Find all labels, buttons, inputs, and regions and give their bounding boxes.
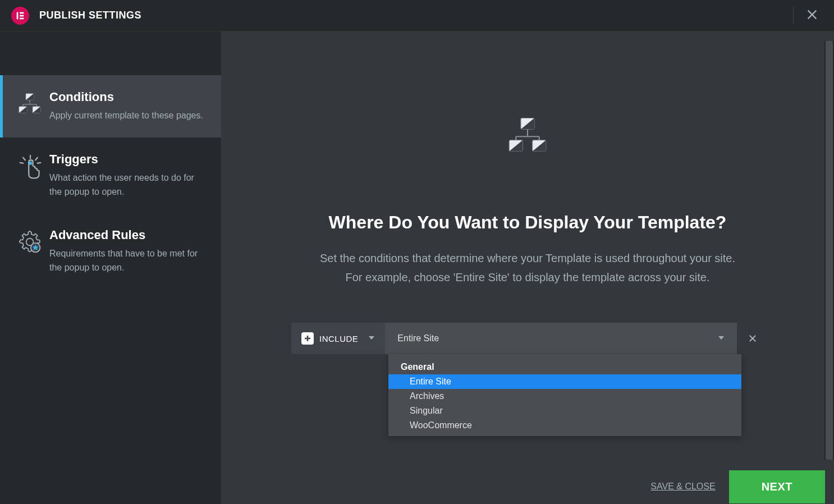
svg-marker-36: [369, 336, 374, 340]
close-icon: [748, 333, 758, 343]
include-exclude-toggle[interactable]: INCLUDE: [291, 323, 385, 354]
condition-dropdown: General Entire Site Archives Singular Wo…: [388, 354, 741, 436]
dropdown-option-singular[interactable]: Singular: [388, 404, 741, 418]
include-label: INCLUDE: [319, 334, 358, 343]
include-plus-icon: [301, 332, 314, 345]
sidebar-item-title: Advanced Rules: [49, 228, 207, 242]
advanced-rules-icon: [18, 228, 49, 275]
sidebar-item-desc: Requirements that have to be met for the…: [49, 247, 207, 275]
svg-rect-0: [17, 12, 19, 19]
remove-condition-button[interactable]: [741, 333, 764, 343]
svg-marker-37: [718, 336, 724, 340]
dropdown-group-label: General: [388, 359, 741, 374]
sidebar-item-desc: What action the user needs to do for the…: [49, 171, 207, 199]
sidebar-item-conditions[interactable]: Conditions Apply current template to the…: [0, 75, 221, 138]
sidebar-item-triggers[interactable]: Triggers What action the user needs to d…: [0, 138, 221, 214]
svg-line-18: [35, 157, 38, 160]
dropdown-option-archives[interactable]: Archives: [388, 389, 741, 404]
sidebar-item-title: Conditions: [49, 90, 207, 104]
svg-rect-1: [20, 12, 24, 13]
close-button[interactable]: [801, 4, 823, 28]
condition-row-wrapper: INCLUDE Entire Site General Entir: [291, 323, 764, 354]
main-heading: Where Do You Want to Display Your Templa…: [221, 212, 834, 233]
conditions-icon: [18, 90, 49, 123]
dropdown-option-woocommerce[interactable]: WooCommerce: [388, 418, 741, 433]
dropdown-option-entire-site[interactable]: Entire Site: [388, 374, 741, 389]
sidebar-item-advanced-rules[interactable]: Advanced Rules Requirements that have to…: [0, 213, 221, 290]
sidebar-item-desc: Apply current template to these pages.: [49, 109, 207, 123]
header-divider: [793, 7, 794, 24]
next-button[interactable]: NEXT: [729, 470, 825, 503]
svg-rect-3: [20, 17, 24, 19]
modal-header: PUBLISH SETTINGS: [0, 0, 834, 31]
content-panel: Where Do You Want to Display Your Templa…: [221, 31, 834, 504]
modal-footer: SAVE & CLOSE NEXT: [628, 469, 834, 504]
svg-rect-2: [20, 15, 24, 16]
modal-title: PUBLISH SETTINGS: [39, 10, 141, 21]
save-and-close-link[interactable]: SAVE & CLOSE: [650, 482, 715, 492]
condition-location-select[interactable]: Entire Site: [385, 323, 737, 354]
caret-down-icon: [718, 333, 725, 343]
caret-down-icon: [368, 333, 375, 343]
modal-body: Conditions Apply current template to the…: [0, 31, 834, 504]
triggers-icon: [18, 152, 49, 199]
hero-icon: [221, 116, 834, 154]
scrollbar[interactable]: [824, 31, 834, 469]
close-icon: [806, 8, 818, 21]
svg-line-20: [38, 163, 41, 163]
sidebar-item-title: Triggers: [49, 152, 207, 167]
svg-line-19: [20, 163, 24, 163]
sidebar: Conditions Apply current template to the…: [0, 31, 221, 504]
svg-line-17: [23, 157, 25, 160]
elementor-logo: [11, 7, 29, 25]
main-description: Set the conditions that determine where …: [221, 249, 834, 287]
select-value: Entire Site: [397, 333, 718, 343]
